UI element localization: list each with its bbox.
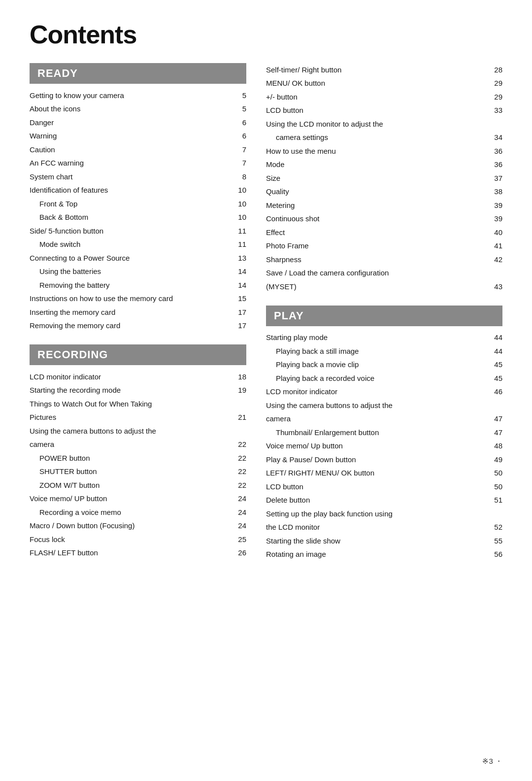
list-item: Using the camera buttons to adjust the: [30, 424, 246, 438]
list-item: Starting the recording mode19: [30, 384, 246, 398]
list-item: Quality38: [266, 185, 502, 199]
entry-text: Starting the recording mode: [30, 385, 233, 396]
entry-page: 47: [489, 427, 502, 439]
list-item: Instructions on how to use the memory ca…: [30, 292, 246, 306]
entry-page: 10: [233, 185, 246, 196]
list-item: Voice memo/ UP button24: [30, 492, 246, 506]
entry-text: Size: [266, 173, 489, 184]
entry-page: 14: [233, 280, 246, 291]
entry-text: Continuous shot: [266, 213, 489, 225]
list-item: LCD button33: [266, 104, 502, 118]
entry-page: 22: [233, 480, 246, 491]
list-item: SHUTTER button22: [30, 465, 246, 479]
section-header-play: PLAY: [266, 306, 502, 326]
entry-text: Macro / Down button (Focusing): [30, 520, 233, 532]
entry-text: Pictures: [30, 412, 233, 423]
right-column: Self-timer/ Right button28MENU/ OK butto…: [266, 63, 502, 573]
list-item: Danger6: [30, 116, 246, 130]
list-item: Sharpness42: [266, 253, 502, 267]
list-item: LCD monitor indicator46: [266, 385, 502, 399]
entry-text: Instructions on how to use the memory ca…: [30, 293, 233, 305]
entry-page: 36: [489, 159, 502, 170]
entry-text: +/- button: [266, 92, 489, 103]
list-item: camera settings34: [266, 131, 502, 145]
entry-page: 34: [489, 132, 502, 143]
list-item: LCD monitor indicator18: [30, 370, 246, 384]
entry-text: LCD button: [266, 105, 489, 116]
entry-page: 15: [233, 293, 246, 305]
entry-page: 43: [489, 281, 502, 293]
entry-text: Using the camera buttons to adjust the: [266, 400, 489, 411]
entry-text: An FCC warning: [30, 158, 233, 169]
entry-text: Playing back a movie clip: [266, 359, 489, 371]
list-item: About the icons5: [30, 102, 246, 116]
entry-page: 52: [489, 522, 502, 533]
entry-text: Caution: [30, 144, 233, 156]
entry-page: 47: [489, 413, 502, 425]
list-item: Mode switch11: [30, 238, 246, 252]
list-item: Front & Top10: [30, 197, 246, 211]
list-item: Delete button51: [266, 494, 502, 508]
entry-text: Side/ 5-function button: [30, 226, 233, 237]
section-header-recording: RECORDING: [30, 344, 246, 365]
list-item: Playing back a recorded voice45: [266, 372, 502, 385]
entry-text: Danger: [30, 117, 233, 129]
entry-text: Using the camera buttons to adjust the: [30, 426, 233, 437]
entry-page: 45: [489, 373, 502, 384]
entry-text: camera settings: [266, 132, 489, 143]
entry-page: 14: [233, 266, 246, 277]
list-item: Caution7: [30, 143, 246, 157]
list-item: camera47: [266, 412, 502, 426]
list-item: Identification of features10: [30, 184, 246, 198]
entry-page: 39: [489, 213, 502, 225]
entry-page: 48: [489, 441, 502, 452]
entry-text: the LCD monitor: [266, 522, 489, 533]
list-item: FLASH/ LEFT button26: [30, 546, 246, 560]
list-item: Pictures21: [30, 411, 246, 425]
entry-page: 17: [233, 320, 246, 332]
play-toc-list: Starting play mode44Playing back a still…: [266, 331, 502, 562]
entry-page: 56: [489, 549, 502, 560]
entry-text: Mode switch: [30, 239, 233, 250]
entry-page: 25: [233, 534, 246, 545]
list-item: An FCC warning7: [30, 157, 246, 170]
entry-text: LCD monitor indicator: [30, 372, 233, 383]
recording-toc-list: LCD monitor indicator18Starting the reco…: [30, 370, 246, 560]
ready-toc-list: Getting to know your camera5About the ic…: [30, 89, 246, 333]
entry-page: 42: [489, 254, 502, 266]
entry-page: 36: [489, 146, 502, 157]
entry-page: 19: [233, 385, 246, 396]
entry-page: 8: [233, 171, 246, 183]
entry-text: Using the batteries: [30, 266, 233, 277]
entry-page: 44: [489, 332, 502, 343]
list-item: Setting up the play back function using: [266, 507, 502, 521]
list-item: Playing back a still image44: [266, 344, 502, 358]
list-item: Size37: [266, 171, 502, 185]
list-item: Recording a voice memo24: [30, 506, 246, 519]
entry-text: LCD monitor indicator: [266, 386, 489, 398]
entry-page: 44: [489, 346, 502, 357]
list-item: ZOOM W/T button22: [30, 478, 246, 492]
list-item: Save / Load the camera configuration: [266, 267, 502, 280]
entry-text: Connecting to a Power Source: [30, 253, 233, 264]
entry-text: Removing the battery: [30, 280, 233, 291]
entry-text: Mode: [266, 159, 489, 170]
entry-page: 55: [489, 536, 502, 547]
entry-text: Thumbnail/ Enlargement button: [266, 427, 489, 439]
entry-page: 50: [489, 481, 502, 493]
entry-page: 29: [489, 78, 502, 89]
list-item: Thumbnail/ Enlargement button47: [266, 426, 502, 440]
entry-page: 38: [489, 186, 502, 198]
entry-text: Metering: [266, 200, 489, 211]
entry-page: 41: [489, 240, 502, 252]
entry-page: 39: [489, 200, 502, 211]
list-item: Mode36: [266, 158, 502, 172]
entry-page: 40: [489, 227, 502, 238]
entry-page: 18: [233, 372, 246, 383]
entry-text: Effect: [266, 227, 489, 238]
list-item: Play & Pause/ Down button49: [266, 453, 502, 467]
entry-page: 50: [489, 468, 502, 479]
list-item: Using the batteries14: [30, 265, 246, 279]
entry-text: Save / Load the camera configuration: [266, 268, 489, 279]
entry-page: 5: [233, 90, 246, 102]
